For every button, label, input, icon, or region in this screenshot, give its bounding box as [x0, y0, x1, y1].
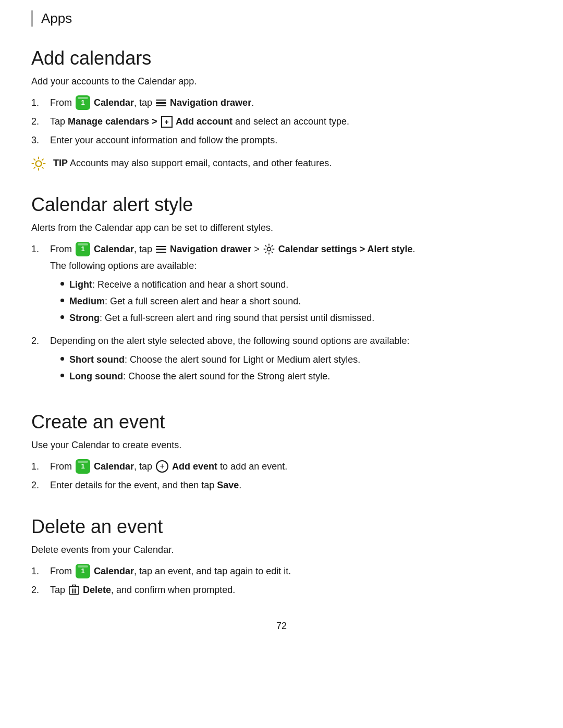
step-num: 2.	[31, 583, 50, 598]
delete-label: Delete	[83, 585, 111, 595]
navigation-drawer-icon	[156, 245, 166, 253]
tip-box-add-calendars: TIP Accounts may also support email, con…	[31, 156, 532, 171]
svg-line-8	[34, 167, 35, 168]
section-add-calendars: Add calendars Add your accounts to the C…	[31, 47, 532, 171]
steps-create-event: 1. From 1 Calendar, tap + Add event to a…	[31, 460, 532, 493]
step-num: 2.	[31, 478, 50, 493]
bullet-dot	[60, 299, 64, 302]
add-account-label: Add account	[174, 116, 232, 127]
section-delete-event: Delete an event Delete events from your …	[31, 516, 532, 598]
svg-point-9	[267, 248, 271, 251]
calendar-label: Calendar	[94, 97, 134, 108]
section-title-calendar-alert: Calendar alert style	[31, 194, 532, 216]
bullet-dot	[60, 374, 64, 377]
step-1-calendar-alert: 1. From 1 Calendar, tap Navigation drawe…	[31, 242, 532, 330]
bullet-light: Light: Receive a notification and hear a…	[60, 278, 532, 292]
page-container: Apps Add calendars Add your accounts to …	[0, 0, 563, 728]
step-content: Enter your account information and follo…	[50, 133, 532, 148]
plus-box-icon: +	[161, 116, 173, 128]
section-intro-calendar-alert: Alerts from the Calendar app can be set …	[31, 221, 532, 235]
calendar-label: Calendar	[94, 244, 134, 254]
bullet-dot	[60, 282, 64, 286]
page-number: 72	[31, 621, 532, 632]
delete-trash-icon	[69, 584, 79, 596]
bullet-dot	[60, 357, 64, 361]
step-num: 1.	[31, 96, 50, 110]
bullet-text: Medium: Get a full screen alert and hear…	[69, 294, 301, 309]
step-content: Depending on the alert style selected ab…	[50, 334, 532, 388]
sound-options-bullets: Short sound: Choose the alert sound for …	[60, 353, 532, 384]
section-title-add-calendars: Add calendars	[31, 47, 532, 69]
nav-drawer-label: Navigation drawer	[170, 244, 251, 254]
save-label: Save	[217, 480, 239, 490]
header-title: Apps	[41, 10, 72, 26]
step-num: 2.	[31, 115, 50, 129]
steps-add-calendars: 1. From 1 Calendar, tap Navigation drawe…	[31, 96, 532, 148]
step-2-delete-event: 2. Tap Delete, and confirm when prompted…	[31, 583, 532, 598]
section-intro-delete-event: Delete events from your Calendar.	[31, 543, 532, 557]
alert-style-bullets: Light: Receive a notification and hear a…	[60, 278, 532, 326]
step-num: 1.	[31, 460, 50, 474]
bullet-text: Light: Receive a notification and hear a…	[69, 278, 288, 292]
svg-line-6	[42, 167, 43, 168]
calendar-settings-gear-icon	[263, 243, 275, 255]
step-num: 3.	[31, 133, 50, 148]
bullet-strong: Strong: Get a full-screen alert and ring…	[60, 311, 532, 326]
sub-list-intro: The following options are available: Lig…	[50, 259, 532, 326]
nav-drawer-label: Navigation drawer	[170, 97, 251, 108]
add-event-icon: +	[156, 460, 168, 473]
bullet-text: Long sound: Choose the alert sound for t…	[69, 369, 330, 384]
manage-calendars-label: Manage calendars >	[68, 116, 160, 127]
tip-sun-icon	[31, 156, 46, 171]
step-2-add-calendars: 2. Tap Manage calendars > + Add account …	[31, 115, 532, 129]
steps-calendar-alert: 1. From 1 Calendar, tap Navigation drawe…	[31, 242, 532, 388]
step-content: Tap Manage calendars > + Add account and…	[50, 115, 532, 129]
bullet-medium: Medium: Get a full screen alert and hear…	[60, 294, 532, 309]
step-num: 2.	[31, 334, 50, 349]
step-content: From 1 Calendar, tap Navigation drawer.	[50, 96, 532, 110]
section-calendar-alert-style: Calendar alert style Alerts from the Cal…	[31, 194, 532, 388]
header-bar: Apps	[31, 10, 532, 27]
svg-line-5	[34, 159, 35, 160]
step-2-create-event: 2. Enter details for the event, and then…	[31, 478, 532, 493]
steps-delete-event: 1. From 1 Calendar, tap an event, and ta…	[31, 564, 532, 598]
calendar-app-icon: 1	[76, 95, 90, 110]
calendar-label: Calendar	[94, 461, 134, 472]
svg-line-7	[42, 159, 43, 160]
step-num: 1.	[31, 564, 50, 579]
svg-point-0	[36, 161, 42, 167]
section-title-create-event: Create an event	[31, 411, 532, 433]
tip-text-add-calendars: TIP Accounts may also support email, con…	[53, 156, 332, 170]
section-intro-create-event: Use your Calendar to create events.	[31, 438, 532, 452]
calendar-settings-label: Calendar settings > Alert style	[278, 244, 413, 254]
step-content: From 1 Calendar, tap Navigation drawer >…	[50, 242, 532, 330]
bullet-text: Strong: Get a full-screen alert and ring…	[69, 311, 374, 326]
step-content: From 1 Calendar, tap an event, and tap a…	[50, 564, 532, 579]
step-content: Enter details for the event, and then ta…	[50, 478, 532, 493]
navigation-drawer-icon	[156, 98, 166, 107]
bullet-dot	[60, 315, 64, 319]
step-1-create-event: 1. From 1 Calendar, tap + Add event to a…	[31, 460, 532, 474]
tip-label: TIP	[53, 158, 68, 168]
step-content: From 1 Calendar, tap + Add event to add …	[50, 460, 532, 474]
section-create-event: Create an event Use your Calendar to cre…	[31, 411, 532, 493]
bullet-long-sound: Long sound: Choose the alert sound for t…	[60, 369, 532, 384]
calendar-app-icon: 1	[76, 564, 90, 578]
step-1-delete-event: 1. From 1 Calendar, tap an event, and ta…	[31, 564, 532, 579]
bullet-text: Short sound: Choose the alert sound for …	[69, 353, 360, 367]
add-event-label: Add event	[172, 461, 217, 472]
calendar-app-icon: 1	[76, 459, 90, 474]
calendar-label: Calendar	[94, 566, 134, 576]
step-1-add-calendars: 1. From 1 Calendar, tap Navigation drawe…	[31, 96, 532, 110]
step-2-calendar-alert: 2. Depending on the alert style selected…	[31, 334, 532, 388]
section-title-delete-event: Delete an event	[31, 516, 532, 538]
section-intro-add-calendars: Add your accounts to the Calendar app.	[31, 75, 532, 89]
step-3-add-calendars: 3. Enter your account information and fo…	[31, 133, 532, 148]
calendar-app-icon: 1	[76, 242, 90, 256]
step-num: 1.	[31, 242, 50, 257]
step-content: Tap Delete, and confirm when prompted.	[50, 583, 532, 598]
bullet-short-sound: Short sound: Choose the alert sound for …	[60, 353, 532, 367]
